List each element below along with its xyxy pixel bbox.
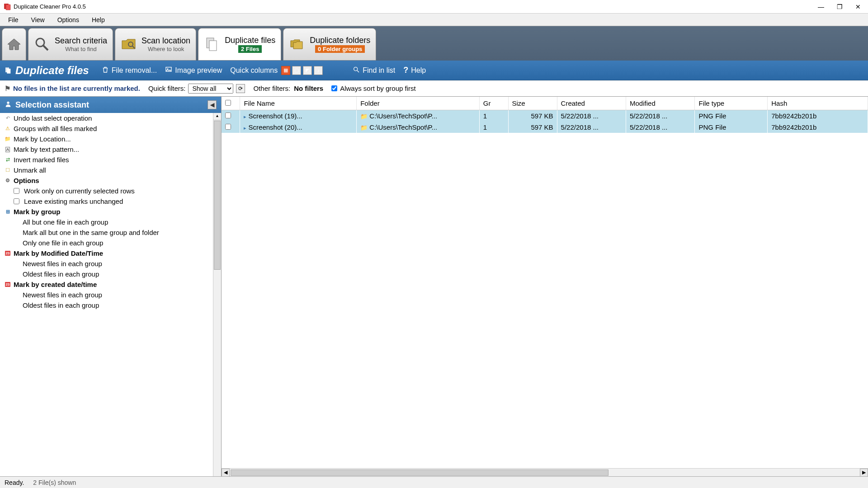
tab-search-criteria-sub: What to find xyxy=(65,46,96,52)
duplicate-files-section-icon xyxy=(5,64,12,77)
find-in-list-button[interactable]: Find in list xyxy=(353,66,395,75)
sort-by-group-input[interactable] xyxy=(331,85,337,91)
sort-by-group-checkbox[interactable]: Always sort by group first xyxy=(331,84,416,92)
table-row[interactable]: ▸ Screenshot (20)...📁 C:\Users\TechSpot\… xyxy=(222,122,868,133)
column-folder[interactable]: Folder xyxy=(357,97,480,110)
menu-view[interactable]: View xyxy=(25,14,51,25)
tab-home[interactable] xyxy=(2,28,26,61)
sidebar-item-18[interactable]: Oldest files in each group xyxy=(0,300,213,310)
tab-search-criteria[interactable]: Search criteria What to find xyxy=(28,28,113,61)
row-0-checkbox[interactable] xyxy=(225,113,231,118)
tab-duplicate-files[interactable]: Duplicate files 2 Files xyxy=(198,28,281,61)
row-0-created: 5/22/2018 ... xyxy=(557,110,626,122)
sidebar-item-17-label: Newest files in each group xyxy=(23,291,102,299)
sidebar-item-14[interactable]: Newest files in each group xyxy=(0,258,213,269)
sidebar-item-2[interactable]: 📁Mark by Location... xyxy=(0,134,213,144)
statusbar: Ready. 2 File(s) shown xyxy=(0,476,868,488)
row-1-hash: 7bb9242b201b xyxy=(768,122,868,133)
close-button[interactable]: ✕ xyxy=(855,3,861,10)
sidebar-item-8-checkbox[interactable] xyxy=(14,198,19,204)
quick-columns-picture-button[interactable]: ◩ xyxy=(303,66,312,75)
menu-file[interactable]: File xyxy=(2,14,25,25)
sidebar-item-9-icon: ⊞ xyxy=(5,209,11,215)
maximize-button[interactable]: ❐ xyxy=(837,3,843,10)
file-removal-button[interactable]: File removal... xyxy=(102,66,157,75)
other-filters-value: No filters xyxy=(294,84,323,92)
quick-columns-image-button[interactable]: ▢ xyxy=(292,66,301,75)
quick-columns-music-button[interactable]: ♪ xyxy=(314,66,323,75)
scroll-right-button[interactable]: ▶ xyxy=(860,469,868,477)
row-0-group: 1 xyxy=(479,110,508,122)
column-group[interactable]: Gr xyxy=(479,97,508,110)
sidebar-item-4-label: Invert marked files xyxy=(14,156,69,164)
sidebar-item-0[interactable]: ↶Undo last select operation xyxy=(0,113,213,123)
table-row[interactable]: ▸ Screenshot (19)...📁 C:\Users\TechSpot\… xyxy=(222,110,868,122)
sidebar-item-1-label: Groups with all files marked xyxy=(14,125,97,132)
search-icon xyxy=(353,66,360,75)
sidebar-item-10[interactable]: All but one file in each group xyxy=(0,217,213,227)
tab-duplicate-files-title: Duplicate files xyxy=(225,36,275,45)
sidebar-item-15-label: Oldest files in each group xyxy=(23,270,99,278)
help-button[interactable]: ? Help xyxy=(403,66,426,75)
tab-duplicate-folders[interactable]: Duplicate folders 0 Folder groups xyxy=(283,28,376,61)
sidebar-item-7[interactable]: Work only on currently selected rows xyxy=(0,186,213,196)
sidebar-item-7-checkbox[interactable] xyxy=(14,188,19,194)
sidebar-item-2-label: Mark by Location... xyxy=(14,135,71,143)
column-modified[interactable]: Modified xyxy=(626,97,695,110)
sidebar-item-3[interactable]: AMark by text pattern... xyxy=(0,144,213,155)
quick-columns-label: Quick columns xyxy=(230,66,278,75)
column-filename[interactable]: File Name xyxy=(240,97,357,110)
svg-rect-8 xyxy=(209,41,217,51)
sidebar-item-12[interactable]: Only one file in each group xyxy=(0,238,213,248)
row-0-filetype: PNG File xyxy=(695,110,768,122)
quick-filters-refresh-button[interactable]: ⟳ xyxy=(236,84,245,93)
image-preview-button[interactable]: Image preview xyxy=(165,66,222,75)
sidebar-collapse-button[interactable]: ◀ xyxy=(208,100,217,109)
sidebar-item-8[interactable]: Leave existing marks unchanged xyxy=(0,196,213,206)
sidebar-item-11[interactable]: Mark all but one in the same group and f… xyxy=(0,227,213,238)
quick-filters-select[interactable]: Show all xyxy=(188,84,233,94)
status-files-shown: 2 File(s) shown xyxy=(33,479,76,486)
window-title: Duplicate Cleaner Pro 4.0.5 xyxy=(14,3,818,10)
selection-assistant-list: ↶Undo last select operation⚠Groups with … xyxy=(0,113,213,476)
column-size[interactable]: Size xyxy=(508,97,557,110)
sidebar-item-9-label: Mark by group xyxy=(14,208,60,216)
person-icon xyxy=(5,100,12,110)
sidebar-item-0-icon: ↶ xyxy=(5,115,11,122)
sidebar-item-16-icon: 23 xyxy=(5,282,11,288)
row-1-checkbox[interactable] xyxy=(225,124,231,130)
file-icon: ▸ xyxy=(244,114,246,119)
sidebar-item-5-label: Unmark all xyxy=(14,166,46,174)
sidebar-item-18-label: Oldest files in each group xyxy=(23,301,99,309)
sidebar-item-11-label: Mark all but one in the same group and f… xyxy=(23,229,159,236)
sidebar-scrollbar[interactable]: ▴ xyxy=(213,113,221,476)
sidebar-item-4[interactable]: ⇄Invert marked files xyxy=(0,155,213,165)
sidebar-item-13-icon: 23 xyxy=(5,250,11,257)
minimize-button[interactable]: — xyxy=(818,3,824,10)
column-filetype[interactable]: File type xyxy=(695,97,768,110)
menu-help[interactable]: Help xyxy=(85,14,111,25)
quick-columns-grid-button[interactable]: ▦ xyxy=(281,66,290,75)
image-preview-icon xyxy=(165,66,172,75)
sidebar-item-16-label: Mark by created date/time xyxy=(14,281,97,288)
row-0-folder: C:\Users\TechSpot\P... xyxy=(369,112,437,120)
row-1-filetype: PNG File xyxy=(695,122,768,133)
tab-scan-location[interactable]: Scan location Where to look xyxy=(115,28,196,61)
table-horizontal-scrollbar[interactable]: ◀ ▶ xyxy=(222,468,868,476)
sidebar-item-1[interactable]: ⚠Groups with all files marked xyxy=(0,123,213,134)
sidebar-item-2-icon: 📁 xyxy=(5,136,11,142)
menu-options[interactable]: Options xyxy=(51,14,85,25)
row-1-group: 1 xyxy=(479,122,508,133)
trash-icon xyxy=(102,66,109,75)
sidebar-item-17[interactable]: Newest files in each group xyxy=(0,290,213,300)
column-created[interactable]: Created xyxy=(557,97,626,110)
scroll-left-button[interactable]: ◀ xyxy=(222,469,230,477)
sidebar-item-5[interactable]: ☐Unmark all xyxy=(0,165,213,175)
sidebar-item-13-label: Mark by Modified Date/Time xyxy=(14,249,103,257)
sidebar-item-10-label: All but one file in each group xyxy=(23,218,108,226)
column-hash[interactable]: Hash xyxy=(768,97,868,110)
row-1-folder: C:\Users\TechSpot\P... xyxy=(369,123,437,131)
sidebar-item-15[interactable]: Oldest files in each group xyxy=(0,269,213,279)
filter-bar: ⚑ No files in the list are currently mar… xyxy=(0,80,868,97)
column-checkbox[interactable] xyxy=(222,97,240,110)
